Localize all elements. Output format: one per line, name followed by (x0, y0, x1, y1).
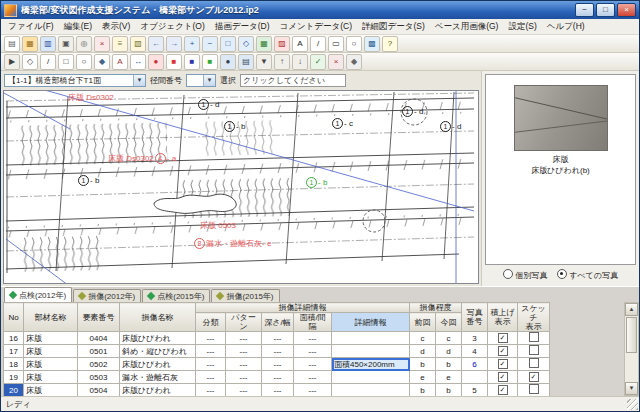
cell-class[interactable]: --- (196, 358, 226, 371)
cell-now[interactable]: b (436, 384, 462, 397)
cell-photo[interactable]: 5 (462, 384, 488, 397)
cell-no-selected[interactable]: 20 (4, 384, 24, 397)
cell-depth[interactable]: --- (262, 358, 294, 371)
cell-now[interactable]: c (436, 332, 462, 345)
cell-depth[interactable]: --- (262, 384, 294, 397)
cell-class[interactable]: --- (196, 371, 226, 384)
damage-label[interactable]: 8漏水・遊離石灰- e (194, 238, 271, 249)
toolbar-icon[interactable]: ↔ (130, 54, 146, 70)
cell-depth[interactable]: --- (262, 345, 294, 358)
selection-hint-box[interactable] (240, 74, 346, 87)
cell-pattern[interactable]: --- (226, 332, 262, 345)
table-row[interactable]: 18 床版 0502 床版ひびわれ --- --- --- --- 面積450×… (4, 358, 550, 371)
cell-elem[interactable]: 0503 (78, 371, 120, 384)
cell-class[interactable]: --- (196, 345, 226, 358)
cell-area[interactable]: --- (294, 332, 332, 345)
checkbox[interactable] (529, 384, 539, 394)
cell-pile-checkbox[interactable]: ✓ (488, 345, 518, 358)
tab-damage-2015[interactable]: 損傷(2015年) (211, 289, 279, 302)
toolbar-icon[interactable]: − (202, 36, 218, 52)
damage-mark[interactable]: 1- d (440, 121, 461, 132)
maximize-button[interactable]: □ (596, 3, 615, 17)
span-number-select[interactable]: ▼ (186, 74, 216, 87)
damage-mark[interactable]: 1- d (198, 99, 219, 110)
cell-depth[interactable]: --- (262, 332, 294, 345)
toolbar-icon[interactable]: → (166, 36, 182, 52)
toolbar-icon[interactable]: ≡ (112, 36, 128, 52)
cell-no[interactable]: 19 (4, 371, 24, 384)
toolbar-icon[interactable]: ○ (346, 36, 362, 52)
toolbar-icon[interactable]: / (40, 54, 56, 70)
cell-depth[interactable]: --- (262, 371, 294, 384)
cell-member[interactable]: 床版 (24, 358, 78, 371)
cell-damage[interactable]: 床版ひびわれ (120, 384, 196, 397)
menu-item[interactable]: 描画データ(D) (210, 20, 275, 34)
toolbar-icon[interactable]: ▭ (328, 36, 344, 52)
radio-individual-photos[interactable]: 個別写真 (503, 269, 547, 281)
cell-elem[interactable]: 0501 (78, 345, 120, 358)
damage-mark[interactable]: 1- d (402, 106, 423, 117)
toolbar-icon[interactable]: □ (220, 36, 236, 52)
cell-detail-selected[interactable]: 面積450×200mm (332, 358, 410, 371)
toolbar-icon[interactable]: □ (58, 54, 74, 70)
checkbox[interactable]: ✓ (498, 359, 508, 369)
cell-no[interactable]: 16 (4, 332, 24, 345)
checkbox[interactable] (529, 332, 539, 342)
cell-pattern[interactable]: --- (226, 371, 262, 384)
toolbar-icon[interactable]: ◆ (346, 54, 362, 70)
checkbox[interactable] (529, 358, 539, 368)
cell-photo[interactable]: 4 (462, 345, 488, 358)
cell-no[interactable]: 17 (4, 345, 24, 358)
cell-sketch-checkbox[interactable] (518, 384, 550, 397)
cell-elem[interactable]: 0404 (78, 332, 120, 345)
cell-pile-checkbox[interactable]: ✓ (488, 358, 518, 371)
cell-prev[interactable]: b (410, 358, 436, 371)
cell-member[interactable]: 床版 (24, 332, 78, 345)
toolbar-icon[interactable]: ▨ (274, 36, 290, 52)
cell-sketch-checkbox[interactable]: ✓ (518, 371, 550, 384)
cell-sketch-checkbox[interactable] (518, 332, 550, 345)
cell-area[interactable]: --- (294, 345, 332, 358)
resize-grip[interactable] (627, 399, 638, 410)
cell-now[interactable]: e (436, 371, 462, 384)
menu-item[interactable]: オブジェクト(O) (135, 20, 209, 34)
cell-prev[interactable]: b (410, 384, 436, 397)
toolbar-icon[interactable]: ▦ (22, 36, 38, 52)
menu-item[interactable]: 詳細図データ(S) (357, 20, 430, 34)
toolbar-icon[interactable]: × (94, 36, 110, 52)
minimize-button[interactable]: − (575, 3, 594, 17)
cell-photo[interactable]: 6 (462, 358, 488, 371)
scrollbar-thumb[interactable] (626, 317, 637, 353)
cell-elem[interactable]: 0504 (78, 384, 120, 397)
cell-prev[interactable]: e (410, 371, 436, 384)
cell-pile-checkbox[interactable]: ✓ (488, 384, 518, 397)
table-row[interactable]: 17 床版 0501 斜め・縦ひびわれ --- --- --- --- d d … (4, 345, 550, 358)
checkbox[interactable]: ✓ (529, 372, 539, 382)
toolbar-icon[interactable]: ▧ (130, 36, 146, 52)
damage-label[interactable]: 床版 Ds0302 (68, 92, 114, 103)
scroll-up-icon[interactable]: ▲ (625, 303, 638, 316)
toolbar-icon[interactable]: + (184, 36, 200, 52)
toolbar-icon[interactable]: ■ (184, 54, 200, 70)
cell-class[interactable]: --- (196, 332, 226, 345)
table-scrollbar[interactable]: ▲ ▼ (624, 302, 639, 396)
table-row[interactable]: 16 床版 0404 床版ひびわれ --- --- --- --- c c 3 … (4, 332, 550, 345)
menu-item[interactable]: 表示(V) (97, 20, 135, 34)
menu-item[interactable]: コメントデータ(C) (275, 20, 358, 34)
toolbar-icon[interactable]: ■ (166, 54, 182, 70)
cell-area[interactable]: --- (294, 384, 332, 397)
cell-detail[interactable] (332, 332, 410, 345)
toolbar-icon[interactable]: ▼ (256, 54, 272, 70)
view-select[interactable]: 【1-1】構造部橋台下T1面 ▼ (4, 74, 146, 87)
toolbar-icon[interactable]: ○ (76, 54, 92, 70)
toolbar-icon[interactable]: A (292, 36, 308, 52)
damage-label[interactable]: 床版 0503 (200, 220, 236, 231)
photo-viewer[interactable]: 床版 床版ひびわれ(b) (485, 74, 636, 265)
table-row[interactable]: 19 床版 0503 漏水・遊離石灰 --- --- --- --- e e ✓… (4, 371, 550, 384)
cell-member[interactable]: 床版 (24, 384, 78, 397)
menu-item[interactable]: ヘルプ(H) (542, 20, 590, 34)
toolbar-icon[interactable]: ↑ (274, 54, 290, 70)
cell-elem[interactable]: 0502 (78, 358, 120, 371)
cell-member[interactable]: 床版 (24, 345, 78, 358)
damage-mark-selected[interactable]: 1- b (306, 177, 327, 188)
